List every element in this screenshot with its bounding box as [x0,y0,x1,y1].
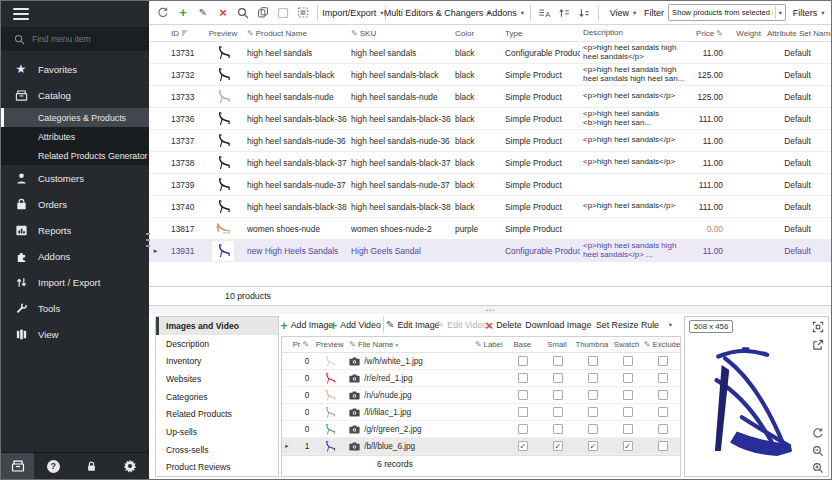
tab-product-reviews[interactable]: Product Reviews [156,458,278,476]
edit-product-button[interactable]: ✎ [194,4,212,22]
column-header-attribute-set[interactable]: Attribute Set Name [764,29,831,38]
checkbox-base[interactable] [518,424,528,434]
zoom-out-icon[interactable] [812,445,824,457]
footer-catalog-button[interactable] [1,453,34,480]
settings-button[interactable] [113,453,146,480]
checkbox-thumbnail[interactable] [588,407,598,417]
add-image-button[interactable]: +Add Image [283,316,330,334]
checkbox-base[interactable] [518,356,528,366]
sidebar-item-attributes[interactable]: Attributes [1,127,149,146]
column-header-thumbnail[interactable]: Thumbna [574,340,609,349]
sidebar-item-reports[interactable]: Reports [1,217,149,243]
checkbox-thumbnail[interactable] [588,356,598,366]
column-header-price[interactable]: Price✎ [688,29,728,38]
table-row[interactable]: 13736 high heel sandals-black-36high hee… [149,108,831,130]
copy-button[interactable] [254,4,272,22]
checkbox-base[interactable]: ✓ [518,441,528,451]
checkbox-swatch[interactable] [623,407,633,417]
table-row[interactable]: 13731 high heel sandalshigh heel sandals… [149,42,831,64]
image-row[interactable]: 0 /r/e/red_1.jpg [282,370,680,387]
checkbox-swatch[interactable] [623,356,633,366]
filters-button[interactable]: Filters▾ [788,4,826,22]
select-cell-button[interactable] [274,4,292,22]
search-products-button[interactable] [234,4,252,22]
tab-cross-sells[interactable]: Cross-sells [156,441,278,459]
duplicate-button[interactable] [294,4,312,22]
open-external-icon[interactable] [812,339,824,351]
zoom-in-icon[interactable] [812,462,824,474]
checkbox-swatch[interactable] [623,373,633,383]
column-header-preview[interactable]: Preview [202,29,244,38]
image-row[interactable]: 0 /l/i/lilac_1.jpg [282,404,680,421]
sidebar-item-customers[interactable]: Customers [1,165,149,191]
checkbox-small[interactable] [553,424,563,434]
checkbox-small[interactable] [553,356,563,366]
checkbox-small[interactable]: ✓ [553,441,563,451]
tab-websites[interactable]: Websites [156,370,278,388]
checkbox-exclude[interactable] [658,373,668,383]
move-up-button[interactable] [555,4,573,22]
checkbox-thumbnail[interactable] [588,424,598,434]
help-button[interactable]: ? [37,453,70,480]
view-button[interactable]: View▾ [604,4,639,22]
menu-search-input[interactable]: Find menu item [1,27,149,51]
hamburger-menu-icon[interactable] [13,8,29,20]
set-resize-rule-button[interactable]: Set Resize Rule [593,316,659,334]
column-header-base[interactable]: Base [505,340,540,349]
checkbox-exclude[interactable] [658,356,668,366]
checkbox-small[interactable] [553,373,563,383]
checkbox-exclude[interactable] [658,441,668,451]
table-row-selected[interactable]: 13931 new High Heels SandalsHigh Geels S… [149,240,831,262]
table-row[interactable]: 13740 high heel sandals-black-38high hee… [149,196,831,218]
column-header-weight[interactable]: Weight [728,29,764,38]
sidebar-item-view[interactable]: View [1,321,149,347]
column-header-label[interactable]: ✎Label [472,340,505,349]
table-row[interactable]: 13732 high heel sandals-blackhigh heel s… [149,64,831,86]
image-row-selected[interactable]: 1 /b/l/blue_6.jpg ✓ ✓ ✓ ✓ [282,438,680,455]
checkbox-base[interactable] [518,390,528,400]
column-header-file-name[interactable]: ✎File Name▾ [346,340,472,349]
tab-inventory[interactable]: Inventory [156,352,278,370]
column-header-preview[interactable]: Preview [313,340,346,349]
download-image-button[interactable]: Download Image [523,316,591,334]
sidebar-item-addons[interactable]: Addons [1,243,149,269]
column-header-pr[interactable]: Pr✎ [292,340,313,349]
column-header-product-name[interactable]: ✎Product Name [244,29,348,38]
checkbox-exclude[interactable] [658,424,668,434]
images-toolbar-more-button[interactable]: ▾ [661,316,679,334]
filter-select[interactable]: Show products from selected categories ▾ [668,4,786,21]
import-export-button[interactable]: Import/Export▾ [323,4,380,22]
checkbox-exclude[interactable] [658,407,668,417]
sidebar-item-categories-products[interactable]: Categories & Products [1,108,149,127]
checkbox-thumbnail[interactable]: ✓ [588,441,598,451]
sidebar-item-favorites[interactable]: ★ Favorites [1,56,149,82]
column-header-description[interactable]: Description [580,29,688,38]
tab-categories[interactable]: Categories [156,388,278,406]
sidebar-item-orders[interactable]: Orders [1,191,149,217]
column-header-sku[interactable]: ✎SKU [348,29,452,38]
checkbox-swatch[interactable] [623,390,633,400]
checkbox-small[interactable] [553,390,563,400]
checkbox-base[interactable] [518,407,528,417]
sidebar-item-import-export[interactable]: Import / Export [1,269,149,295]
tab-description[interactable]: Description [156,335,278,353]
image-row[interactable]: 0 /w/h/white_1.jpg [282,353,680,370]
checkbox-thumbnail[interactable] [588,390,598,400]
sort-columns-button[interactable]: A [535,4,553,22]
sidebar-item-related-products-generator[interactable]: Related Products Generator [1,146,149,165]
column-header-color[interactable]: Color [452,29,502,38]
checkbox-exclude[interactable] [658,390,668,400]
column-header-id[interactable]: ID [162,29,202,38]
checkbox-swatch[interactable] [623,424,633,434]
edit-image-button[interactable]: ✎Edit Image [389,316,437,334]
checkbox-thumbnail[interactable] [588,373,598,383]
sidebar-item-catalog[interactable]: Catalog [1,82,149,108]
delete-product-button[interactable]: × [214,4,232,22]
table-row[interactable]: 13739 high heel sandals-nude-37high heel… [149,174,831,196]
image-row[interactable]: 0 /g/r/green_2.jpg [282,421,680,438]
table-row[interactable]: 13817 women shoes-nudewomen shoes-nude-2… [149,218,831,240]
delete-image-button[interactable]: ×Delete [487,316,521,334]
checkbox-base[interactable] [518,373,528,383]
checkbox-swatch[interactable]: ✓ [623,441,633,451]
column-header-swatch[interactable]: Swatch [609,340,644,349]
